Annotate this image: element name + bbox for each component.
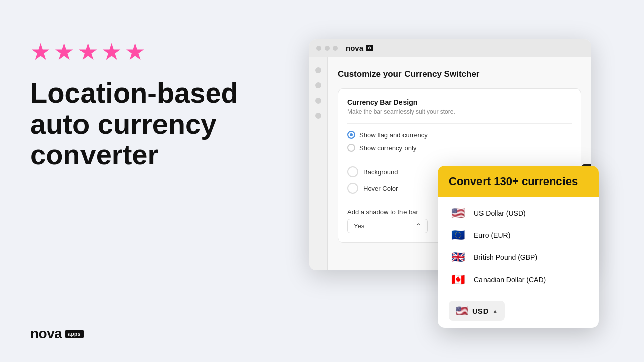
radio-flag-currency-input[interactable] — [347, 131, 355, 139]
flag-usd: 🇺🇸 — [449, 207, 467, 219]
background-color-label: Background — [363, 168, 398, 176]
browser-toolbar: nova ⊙ — [309, 39, 591, 57]
currency-item-eur[interactable]: 🇪🇺 Euro (EUR) — [438, 224, 599, 246]
left-section: ★ ★ ★ ★ ★ Location-based auto currency c… — [30, 40, 272, 170]
shadow-select[interactable]: Yes ⌃ — [347, 219, 428, 233]
nova-apps-badge: apps — [65, 330, 84, 338]
currency-popup-header: Convert 130+ currencies — [438, 166, 599, 197]
footer-flag-icon: 🇺🇸 — [456, 305, 468, 317]
radio-flag-currency-label: Show flag and currency — [359, 131, 428, 139]
card-divider-1 — [347, 123, 572, 124]
flag-gbp: 🇬🇧 — [449, 251, 467, 263]
radio-currency-only-label: Show currency only — [359, 144, 416, 152]
flag-eur: 🇪🇺 — [449, 229, 467, 241]
sidebar-dot-3 — [315, 98, 321, 104]
card-subtitle: Make the bar seamlessly suit your store. — [347, 108, 572, 115]
star-4: ★ — [101, 40, 122, 63]
currency-popup-title: Convert 130+ currencies — [449, 175, 588, 188]
browser-brand: nova ⊙ — [346, 44, 373, 52]
browser-dot-1 — [316, 46, 321, 51]
star-1: ★ — [30, 40, 51, 63]
browser-dot-2 — [325, 46, 330, 51]
radio-currency-only-input[interactable] — [347, 144, 355, 152]
hover-color-label: Hover Color — [363, 185, 398, 192]
radio-show-flag-currency[interactable]: Show flag and currency — [347, 131, 572, 139]
shadow-value: Yes — [354, 222, 364, 230]
currency-item-usd[interactable]: 🇺🇸 US Dollar (USD) — [438, 202, 599, 224]
card-divider-2 — [347, 159, 572, 159]
hover-color-swatch[interactable] — [347, 183, 358, 194]
currency-name-eur: Euro (EUR) — [474, 231, 510, 239]
card-title: Currency Bar Design — [347, 98, 572, 106]
flag-cad: 🇨🇦 — [449, 274, 467, 286]
star-5: ★ — [125, 40, 145, 63]
currency-name-gbp: British Pound (GBP) — [474, 253, 537, 261]
sidebar-dot-1 — [315, 67, 321, 73]
currency-name-usd: US Dollar (USD) — [474, 209, 526, 217]
currency-footer: 🇺🇸 USD ▲ — [438, 296, 599, 328]
star-2: ★ — [54, 40, 74, 63]
currency-list: 🇺🇸 US Dollar (USD) 🇪🇺 Euro (EUR) 🇬🇧 Brit… — [438, 197, 599, 296]
currency-item-gbp[interactable]: 🇬🇧 British Pound (GBP) — [438, 246, 599, 268]
currency-name-cad: Canadian Dollar (CAD) — [474, 276, 546, 284]
footer-currency-code: USD — [472, 307, 489, 315]
page-title: Customize your Currency Switcher — [338, 69, 581, 79]
headline: Location-based auto currency converter — [30, 77, 272, 170]
stars-row: ★ ★ ★ ★ ★ — [30, 40, 272, 63]
browser-dots — [316, 46, 338, 51]
browser-sidebar — [309, 57, 328, 270]
headline-line1: Location-based — [30, 77, 238, 109]
browser-brand-text: nova — [346, 44, 363, 52]
usd-selector-button[interactable]: 🇺🇸 USD ▲ — [449, 301, 505, 321]
nova-logo-bottom: nova apps — [30, 326, 84, 342]
background-color-swatch[interactable] — [347, 166, 358, 177]
nova-logo-text: nova — [30, 326, 62, 342]
browser-dot-3 — [333, 46, 338, 51]
sidebar-dot-4 — [315, 113, 321, 119]
headline-line3: converter — [30, 139, 158, 170]
browser-brand-badge: ⊙ — [366, 45, 373, 51]
star-3: ★ — [77, 40, 98, 63]
currency-popup: Convert 130+ currencies 🇺🇸 US Dollar (US… — [438, 166, 599, 328]
chevron-up-icon: ▲ — [493, 308, 498, 314]
currency-item-cad[interactable]: 🇨🇦 Canadian Dollar (CAD) — [438, 268, 599, 291]
sidebar-dot-2 — [315, 82, 321, 88]
radio-show-currency-only[interactable]: Show currency only — [347, 144, 572, 152]
headline-line2: auto currency — [30, 108, 216, 140]
shadow-chevron-icon: ⌃ — [416, 222, 421, 230]
